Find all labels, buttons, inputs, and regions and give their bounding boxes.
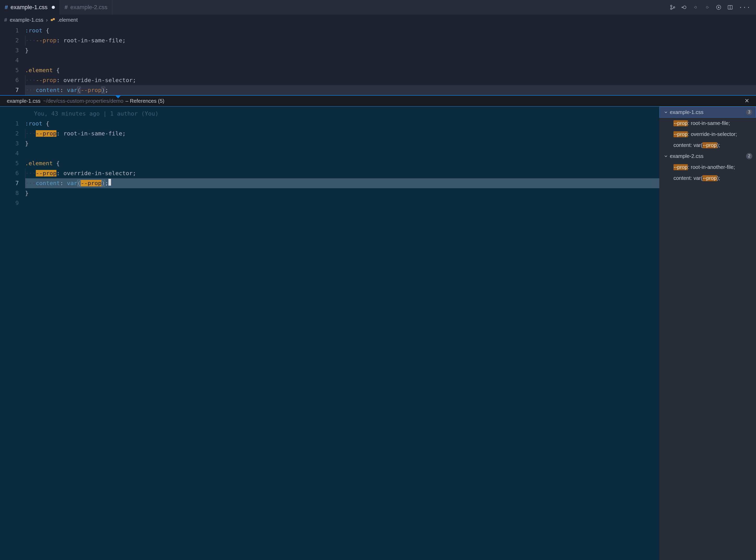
token: : [60, 180, 67, 186]
tab-label: example-2.css [70, 4, 107, 11]
references-body: You, 43 minutes ago | 1 author (You) 123… [0, 107, 756, 560]
token: : root-in-another-file; [688, 164, 735, 170]
code-line[interactable]: } [25, 139, 659, 148]
code-line[interactable] [25, 198, 659, 208]
token: content: var( [673, 175, 702, 181]
token: : override-in-selector; [688, 131, 737, 137]
code-line[interactable]: ···--prop: root-in-same-file; [25, 36, 756, 45]
dirty-indicator-icon [52, 6, 55, 9]
token: ; [133, 77, 136, 83]
source-control-icon[interactable] [670, 4, 675, 10]
code-line[interactable] [25, 56, 756, 65]
token: :root [25, 120, 42, 127]
token: override-in-selector [63, 170, 133, 177]
code-line[interactable]: ···--prop: override-in-selector; [25, 168, 659, 178]
token: var [67, 180, 77, 186]
tree-reference[interactable]: content: var(--prop); [659, 140, 756, 151]
token: --prop [673, 164, 688, 170]
code-area[interactable]: :root {···--prop: root-in-same-file;}.el… [25, 107, 659, 560]
references-file: example-1.css [7, 98, 41, 104]
peek-editor[interactable]: You, 43 minutes ago | 1 author (You) 123… [0, 107, 659, 560]
tree-file[interactable]: example-2.css2 [659, 151, 756, 162]
run-icon[interactable] [716, 4, 721, 10]
token: .element [25, 160, 53, 166]
count-badge: 2 [746, 153, 752, 159]
tab-bar: #example-1.css#example-2.css ··· [0, 0, 756, 15]
tree-file-name: example-1.css [670, 109, 704, 115]
token: content: var( [673, 142, 702, 148]
token: --prop [673, 120, 688, 126]
token: override-in-selector [63, 77, 133, 83]
code-line[interactable] [25, 148, 659, 158]
editor-actions: ··· [670, 0, 756, 15]
line-number: 9 [0, 198, 19, 208]
whitespace-dots: ··· [25, 77, 36, 83]
code-line[interactable]: } [25, 45, 756, 56]
code-line[interactable]: .element { [25, 65, 756, 75]
breadcrumb[interactable]: # example-1.css › .element [0, 15, 756, 25]
code-line[interactable]: ···--prop: override-in-selector; [25, 75, 756, 85]
tree-file[interactable]: example-1.css3 [659, 107, 756, 118]
svg-point-2 [673, 6, 675, 8]
references-tree[interactable]: example-1.css3--prop: root-in-same-file;… [659, 107, 756, 560]
token [42, 120, 46, 127]
line-number: 3 [0, 139, 19, 148]
token: { [46, 120, 49, 127]
tree-reference[interactable]: content: var(--prop); [659, 173, 756, 183]
prev-change-icon[interactable] [693, 4, 698, 10]
class-symbol-icon [50, 18, 55, 22]
tab[interactable]: #example-2.css [60, 0, 112, 15]
code-line[interactable]: .element { [25, 158, 659, 168]
svg-point-3 [684, 6, 686, 9]
line-number: 5 [0, 65, 19, 75]
line-number: 7 [0, 178, 19, 188]
token: { [56, 67, 60, 74]
revert-icon[interactable] [681, 4, 687, 10]
split-editor-icon[interactable] [727, 4, 733, 10]
editor-main[interactable]: 1234567 :root {···--prop: root-in-same-f… [0, 25, 756, 95]
close-icon[interactable]: ✕ [744, 98, 749, 104]
token: { [56, 160, 60, 166]
tab[interactable]: #example-1.css [0, 0, 60, 15]
token: ) [101, 180, 105, 186]
code-line[interactable]: :root { [25, 26, 756, 36]
code-line[interactable]: ···content: var(--prop); [25, 85, 756, 95]
code-line[interactable]: :root { [25, 119, 659, 128]
tree-file-name: example-2.css [670, 153, 704, 159]
file-type-icon: # [64, 4, 68, 11]
token: ); [717, 142, 720, 148]
references-title: – References (5) [125, 98, 164, 104]
line-number: 4 [0, 56, 19, 65]
token: --prop [81, 87, 101, 93]
token: : root-in-same-file; [688, 120, 730, 126]
tree-reference[interactable]: --prop: override-in-selector; [659, 128, 756, 140]
line-number: 5 [0, 158, 19, 168]
chevron-down-icon [664, 110, 668, 114]
token: --prop [81, 180, 101, 186]
code-line[interactable]: ···--prop: root-in-same-file; [25, 128, 659, 139]
line-number: 3 [0, 45, 19, 56]
more-actions-icon[interactable]: ··· [739, 4, 751, 11]
tab-label: example-1.css [10, 4, 47, 11]
code-area[interactable]: :root {···--prop: root-in-same-file;}.el… [25, 25, 756, 95]
tree-reference[interactable]: --prop: root-in-same-file; [659, 118, 756, 128]
token: : [57, 130, 63, 137]
next-change-icon[interactable] [704, 4, 710, 10]
token: content [36, 87, 60, 93]
token: ( [77, 87, 81, 93]
token: ; [133, 170, 136, 177]
token: --prop [36, 77, 57, 83]
token: ; [105, 180, 108, 186]
tabs: #example-1.css#example-2.css [0, 0, 112, 15]
line-number: 6 [0, 168, 19, 178]
code-line[interactable]: } [25, 188, 659, 198]
token: root-in-same-file [63, 130, 122, 137]
references-header: example-1.css ~/dev/css-custom-propertie… [0, 95, 756, 107]
token: { [46, 27, 49, 34]
breadcrumb-file: example-1.css [10, 17, 43, 23]
whitespace-dots: ··· [25, 180, 36, 186]
line-number: 6 [0, 75, 19, 85]
gutter: 123456789 [0, 107, 25, 560]
tree-reference[interactable]: --prop: root-in-another-file; [659, 162, 756, 173]
code-line[interactable]: ···content: var(--prop); [25, 178, 659, 188]
